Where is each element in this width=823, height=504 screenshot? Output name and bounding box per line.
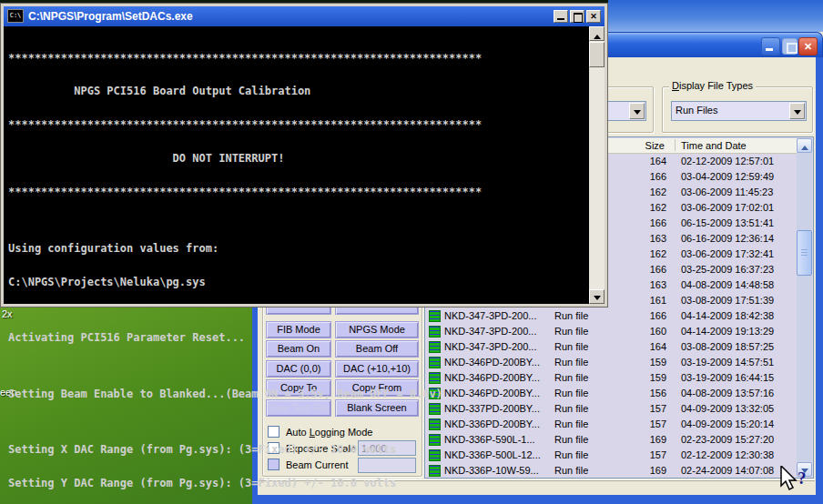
vertical-scrollbar[interactable] (797, 138, 812, 477)
file-size: 164 (608, 156, 668, 166)
file-size: 163 (608, 279, 668, 290)
file-size: 169 (608, 465, 668, 476)
file-size: 164 (608, 341, 668, 352)
minimize-button[interactable] (554, 10, 568, 23)
console-output: ****************************************… (4, 26, 605, 304)
column-header-time-and-date[interactable]: Time and Date (681, 140, 747, 151)
file-datetime: 04-09-2009 15:20:14 (681, 418, 774, 429)
file-datetime: 03-06-2009 17:32:41 (681, 248, 774, 259)
file-datetime: 02-24-2009 14:07:08 (681, 465, 774, 476)
file-type: Run file (554, 372, 588, 383)
file-size: 157 (608, 403, 668, 414)
file-datetime: 03-08-2009 18:57:25 (681, 341, 774, 352)
column-header-size[interactable]: Size (608, 140, 668, 151)
table-row[interactable]: NKD-346PD-200BY...Run file15903-19-2009 … (426, 370, 798, 386)
file-size: 159 (608, 372, 668, 383)
file-size: 161 (608, 295, 668, 306)
file-datetime: 04-08-2009 14:48:58 (681, 279, 774, 290)
cursor-question-icon: ? (798, 469, 807, 488)
file-datetime: 03-19-2009 16:44:15 (681, 372, 774, 383)
table-row[interactable]: NKD-336P-590L-1...Run file16902-23-2009 … (426, 432, 798, 448)
console-window: C:\ C:\NPGS\Program\SetDACs.exe ✕ ******… (0, 3, 608, 307)
file-datetime: 03-25-2009 16:37:23 (681, 264, 774, 275)
file-type: Run file (554, 388, 588, 398)
file-size: 169 (608, 434, 668, 445)
scroll-up-icon[interactable] (589, 26, 605, 41)
console-title: C:\NPGS\Program\SetDACs.exe (28, 10, 193, 23)
minimize-button[interactable] (761, 37, 780, 55)
file-size: 160 (608, 326, 668, 337)
file-size: 162 (608, 202, 668, 213)
display-file-types-label: Display File Types (669, 80, 756, 91)
file-datetime: 03-19-2009 14:57:51 (681, 357, 774, 368)
maximize-button[interactable] (570, 10, 584, 23)
file-datetime: 04-08-2009 13:57:16 (681, 388, 774, 398)
file-datetime: 02-12-2009 12:30:38 (681, 449, 774, 460)
close-icon[interactable]: ✕ (586, 10, 601, 23)
scroll-up-icon[interactable] (797, 138, 812, 153)
console-titlebar[interactable]: C:\ C:\NPGS\Program\SetDACs.exe ✕ (4, 6, 605, 26)
scrollbar-thumb[interactable] (589, 42, 605, 67)
file-type: Run file (554, 403, 588, 414)
close-button[interactable]: ✕ (798, 37, 818, 55)
file-datetime: 03-08-2009 17:51:39 (681, 295, 774, 306)
file-size: 159 (608, 357, 668, 368)
table-row[interactable]: NKD-347-3PD-200...Run file16004-14-2009 … (426, 324, 798, 339)
file-type: Run file (554, 310, 588, 321)
table-row[interactable]: NKD-336PD-200BY...Run file15704-09-2009 … (426, 417, 798, 432)
file-datetime: 03-06-2009 11:45:23 (681, 186, 773, 197)
display-file-types-combobox[interactable]: Run Files (671, 101, 807, 121)
chevron-down-icon[interactable] (789, 103, 805, 119)
file-datetime: 04-14-2009 18:42:38 (681, 310, 774, 321)
file-datetime: 02-12-2009 12:57:01 (681, 156, 774, 166)
file-type: Run file (554, 449, 588, 460)
table-row[interactable]: NKD-346PD-200BY...Run file15604-08-2009 … (426, 386, 798, 401)
table-row[interactable]: NKD-347-3PD-200...Run file16604-14-2009 … (426, 308, 798, 324)
combobox-value: Run Files (676, 105, 717, 116)
vertical-scrollbar[interactable] (589, 26, 605, 304)
console-text: ****************************************… (8, 30, 482, 504)
file-size: 157 (608, 418, 668, 429)
file-datetime: 03-04-2009 12:59:49 (681, 171, 774, 182)
file-datetime: 06-15-2009 13:51:41 (681, 217, 774, 228)
file-size: 163 (608, 233, 668, 244)
maximize-button-disabled (782, 38, 798, 55)
file-size: 166 (608, 264, 668, 275)
file-size: 162 (608, 186, 668, 197)
chevron-down-icon[interactable] (629, 103, 645, 119)
file-type: Run file (554, 357, 588, 368)
file-datetime: 04-09-2009 13:32:05 (681, 403, 774, 414)
file-size: 157 (608, 449, 668, 460)
scrollbar-thumb[interactable] (797, 230, 812, 276)
file-datetime: 04-14-2009 19:13:29 (681, 326, 774, 337)
cmd-icon: C:\ (7, 9, 24, 23)
file-type: Run file (554, 434, 588, 445)
file-datetime: 02-23-2009 15:27:20 (681, 434, 774, 445)
file-size: 162 (608, 248, 668, 259)
table-row[interactable]: NKD-347-3PD-200...Run file16403-08-2009 … (426, 339, 798, 355)
file-size: 166 (608, 310, 668, 321)
file-type: Run file (554, 418, 588, 429)
file-datetime: 03-06-2009 17:02:01 (681, 202, 774, 213)
file-type: Run file (554, 326, 588, 337)
scroll-down-icon[interactable] (589, 289, 605, 304)
hidden-filter-combobox[interactable] (606, 101, 646, 121)
help-cursor: ? (779, 466, 816, 500)
file-type: Run file (554, 465, 588, 476)
table-row[interactable]: NKD-337PD-200BY...Run file15704-09-2009 … (426, 401, 798, 417)
file-size: 166 (608, 171, 668, 182)
file-datetime: 06-16-2009 12:36:14 (681, 233, 774, 244)
file-size: 166 (608, 217, 668, 228)
table-row[interactable]: NKD-346PD-200BY...Run file15903-19-2009 … (426, 355, 798, 370)
file-size: 156 (608, 388, 668, 398)
file-type: Run file (554, 341, 588, 352)
cursor-arrow-icon (781, 466, 796, 489)
column-separator[interactable] (675, 139, 676, 151)
table-row[interactable]: NKD-336P-500L-12...Run file15702-12-2009… (426, 448, 798, 463)
table-row[interactable]: NKD-336P-10W-59...Run file16902-24-2009 … (426, 463, 798, 477)
